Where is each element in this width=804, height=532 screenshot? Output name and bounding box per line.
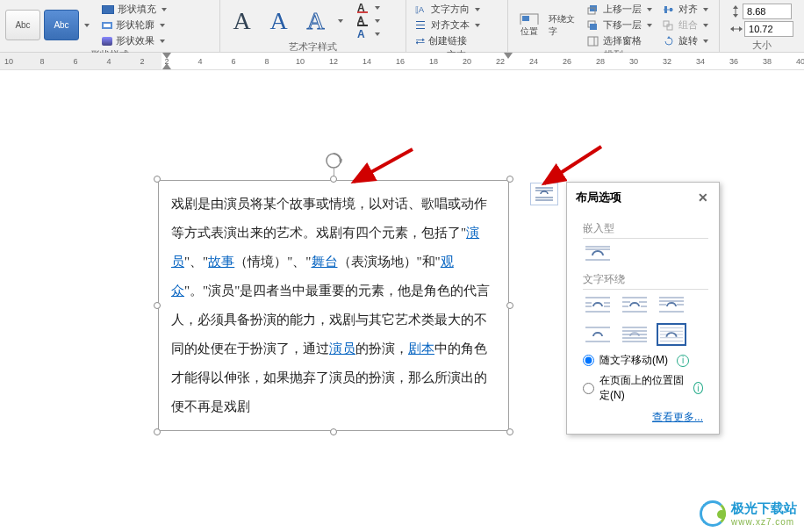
hyperlink-script[interactable]: 剧本	[408, 341, 434, 356]
wrap-behind[interactable]	[620, 323, 650, 346]
wrap-through[interactable]	[657, 293, 686, 316]
align-button[interactable]: 对齐	[659, 2, 712, 17]
hyperlink-story[interactable]: 故事	[208, 255, 234, 269]
svg-rect-6	[416, 21, 425, 22]
hyperlink-stage[interactable]: 舞台	[312, 255, 338, 269]
wordart-style-1[interactable]: A	[226, 7, 259, 35]
info-icon[interactable]: i	[677, 355, 689, 367]
text-effects-button[interactable]: A	[354, 28, 384, 40]
section-label-size: 大小	[725, 39, 799, 52]
ribbon-section-size: 大小	[720, 0, 804, 52]
width-input[interactable]	[744, 21, 793, 37]
svg-rect-3	[357, 25, 368, 26]
resize-handle-ne[interactable]	[506, 176, 513, 183]
wrap-in-front[interactable]	[657, 323, 686, 346]
link-icon: ⮂	[415, 36, 425, 47]
text-outline-icon: A	[357, 16, 370, 26]
shape-effects-button[interactable]: 形状效果	[98, 33, 170, 48]
width-icon	[730, 24, 743, 34]
ribbon-section-wordart: A A A A A A 艺术字样式	[220, 0, 406, 52]
wrap-inline[interactable]	[583, 242, 613, 265]
rotate-handle[interactable]	[325, 152, 342, 169]
resize-handle-sw[interactable]	[154, 428, 161, 435]
text-box[interactable]: 戏剧是由演员将某个故事或情境，以对话、歌唱或动作等方式表演出来的艺术。戏剧有四个…	[158, 180, 509, 431]
bring-forward-button[interactable]: 上移一层	[584, 2, 656, 17]
radio-move-input[interactable]	[583, 355, 594, 366]
shape-preset-1[interactable]: Abc	[5, 10, 40, 40]
annotation-arrow-1	[347, 145, 417, 191]
shape-preset-more-icon[interactable]	[84, 24, 90, 27]
horizontal-ruler[interactable]: 1086422468101214161820222426283032343638…	[0, 53, 804, 70]
create-link-button[interactable]: ⮂创建链接	[412, 33, 484, 48]
svg-rect-17	[590, 24, 597, 30]
align-text-button[interactable]: 对齐文本	[412, 18, 484, 32]
info-icon[interactable]: i	[693, 382, 703, 394]
ribbon-section-text: ⟦A文字方向 对齐文本 ⮂创建链接 文本	[406, 0, 508, 52]
align-obj-icon	[663, 4, 675, 15]
wordart-more-icon[interactable]	[338, 19, 343, 23]
text-direction-button[interactable]: ⟦A文字方向	[412, 2, 484, 17]
right-indent-marker[interactable]	[504, 53, 513, 59]
ribbon-section-shape-styles: Abc Abc 形状填充 形状轮廓 形状效果 形状样式	[0, 0, 220, 52]
popup-close-button[interactable]: ✕	[696, 191, 710, 205]
wrap-text-button[interactable]: 环绕文字	[549, 13, 580, 38]
height-icon	[730, 5, 741, 18]
svg-rect-10	[522, 16, 529, 21]
svg-rect-8	[416, 28, 425, 29]
backward-icon	[587, 20, 599, 31]
watermark-url: www.xz7.com	[731, 517, 797, 527]
height-input[interactable]	[743, 4, 792, 19]
text-run: 戏剧是由演员将某个故事或情境，以对话、歌唱或动作等方式表演出来的艺术。戏剧有四个…	[171, 197, 487, 240]
svg-rect-1	[357, 11, 368, 13]
selection-pane-button[interactable]: 选择窗格	[584, 33, 656, 48]
svg-line-73	[544, 147, 601, 183]
svg-text:A: A	[357, 29, 365, 40]
send-backward-button[interactable]: 下移一层	[584, 18, 656, 32]
align-text-icon	[415, 20, 427, 31]
resize-handle-w[interactable]	[154, 302, 161, 309]
resize-handle-s[interactable]	[330, 428, 337, 435]
hanging-indent-marker[interactable]	[162, 63, 171, 69]
fill-swatch-icon	[102, 5, 114, 14]
shape-outline-button[interactable]: 形状轮廓	[98, 18, 170, 32]
svg-line-71	[354, 149, 413, 182]
outline-swatch-icon	[102, 22, 112, 29]
text-direction-icon: ⟦A	[415, 4, 427, 15]
wrap-top-bottom[interactable]	[583, 323, 613, 346]
shape-fill-button[interactable]: 形状填充	[98, 2, 170, 17]
resize-handle-e[interactable]	[506, 302, 513, 309]
effects-swatch-icon	[102, 37, 112, 46]
section-wrap: 文字环绕	[583, 272, 708, 290]
svg-marker-30	[730, 26, 734, 32]
radio-fix-input[interactable]	[583, 383, 594, 394]
shape-preset-2[interactable]: Abc	[44, 10, 79, 40]
resize-handle-nw[interactable]	[154, 176, 161, 183]
radio-move-with-text[interactable]: 随文字移动(M)i	[583, 353, 703, 368]
text-fill-button[interactable]: A	[354, 2, 384, 14]
ribbon: Abc Abc 形状填充 形状轮廓 形状效果 形状样式 A A A A A A …	[0, 0, 804, 53]
wrap-tight[interactable]	[620, 293, 650, 316]
see-more-link[interactable]: 查看更多...	[583, 410, 703, 425]
position-button[interactable]: 位置	[513, 13, 545, 38]
group-button: 组合	[659, 18, 712, 32]
wordart-style-2[interactable]: A	[262, 7, 296, 35]
wordart-style-3[interactable]: A	[299, 7, 333, 35]
svg-marker-28	[733, 14, 738, 18]
radio-fix-position[interactable]: 在页面上的位置固定(N)i	[583, 373, 703, 403]
rotate-button[interactable]: 旋转	[659, 33, 712, 48]
watermark-name: 极光下载站	[731, 500, 797, 517]
svg-rect-22	[670, 8, 672, 11]
document-area[interactable]: 戏剧是由演员将某个故事或情境，以对话、歌唱或动作等方式表演出来的艺术。戏剧有四个…	[0, 70, 804, 532]
wrap-square[interactable]	[583, 293, 613, 316]
text-box-content[interactable]: 戏剧是由演员将某个故事或情境，以对话、歌唱或动作等方式表演出来的艺术。戏剧有四个…	[158, 180, 509, 431]
svg-text:⟦A: ⟦A	[415, 5, 424, 14]
svg-rect-7	[416, 25, 425, 25]
resize-handle-se[interactable]	[506, 428, 513, 435]
layout-options-popup: 布局选项 ✕ 嵌入型 文字环绕 随文字移动(M)i 在页面上的位置固定(N)i …	[566, 182, 720, 435]
first-line-indent-marker[interactable]	[162, 53, 171, 59]
resize-handle-n[interactable]	[330, 176, 337, 183]
svg-rect-18	[588, 37, 598, 46]
text-outline-button[interactable]: A	[354, 15, 384, 27]
svg-rect-21	[664, 6, 667, 13]
hyperlink-actor2[interactable]: 演员	[329, 341, 355, 356]
